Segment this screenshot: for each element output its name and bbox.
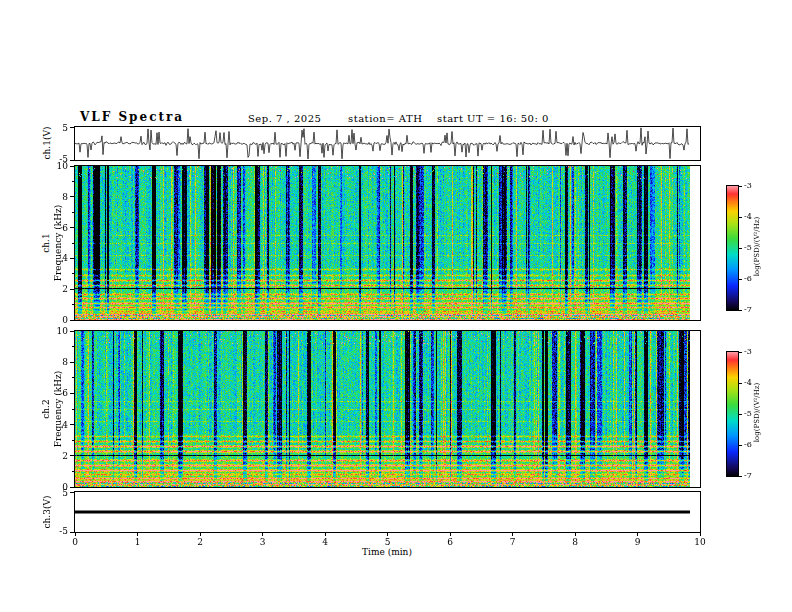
y-tick-label: 2 [50, 451, 68, 461]
colorbar-tick-mark [739, 352, 742, 353]
y-tick-mark [70, 160, 74, 161]
y-tick-label: -5 [50, 154, 68, 164]
colorbar-tick-label: -7 [744, 305, 764, 315]
y-tick-mark [70, 320, 74, 321]
y-tick-label: 4 [50, 253, 68, 263]
x-tick-mark [450, 532, 451, 536]
y-tick-mark [70, 196, 74, 197]
colorbar-tick-label: -7 [744, 471, 764, 481]
x-tick-mark [75, 532, 76, 536]
header-start-ut: start UT = 16: 50: 0 [437, 113, 549, 124]
ch1-spectrogram-canvas [75, 166, 700, 320]
vlf-spectra-figure: VLF Spectra Sep. 7 , 2025 station= ATH s… [0, 0, 792, 612]
y-minor-tick-mark [72, 273, 74, 274]
y-tick-label: 6 [50, 388, 68, 398]
x-tick-mark [700, 532, 701, 536]
colorbar-tick-label: -3 [744, 347, 764, 357]
x-tick-mark [512, 532, 513, 536]
x-tick-label: 8 [563, 537, 587, 547]
colorbar-tick-mark [739, 279, 742, 280]
x-tick-mark [262, 532, 263, 536]
colorbar-tick-label: -6 [744, 274, 764, 284]
x-tick-mark [200, 532, 201, 536]
y-tick-label: -5 [50, 526, 68, 536]
y-minor-tick-mark [72, 181, 74, 182]
colorbar-tick-label: -5 [744, 409, 764, 419]
x-tick-label: 5 [376, 537, 400, 547]
y-minor-tick-mark [72, 471, 74, 472]
header-date: Sep. 7 , 2025 [248, 113, 321, 124]
y-tick-label: 0 [50, 315, 68, 325]
y-tick-mark [70, 127, 74, 128]
y-tick-mark [70, 487, 74, 488]
colorbar-tick-mark [739, 217, 742, 218]
colorbar-tick-label: -4 [744, 378, 764, 388]
colorbar-tick-mark [739, 476, 742, 477]
y-tick-mark [70, 393, 74, 394]
colorbar-tick-mark [739, 186, 742, 187]
ch1-waveform-canvas [75, 127, 700, 160]
y-tick-mark [70, 258, 74, 259]
colorbar-tick-label: -4 [744, 212, 764, 222]
y-tick-label: 10 [50, 326, 68, 336]
x-tick-label: 10 [688, 537, 712, 547]
y-tick-label: 2 [50, 284, 68, 294]
colorbar-tick-label: -5 [744, 243, 764, 253]
x-tick-label: 2 [188, 537, 212, 547]
y-tick-label: 5 [50, 488, 68, 498]
y-tick-mark [70, 492, 74, 493]
x-tick-label: 3 [251, 537, 275, 547]
colorbar-tick-mark [739, 445, 742, 446]
x-tick-label: 4 [313, 537, 337, 547]
y-tick-label: 6 [50, 223, 68, 233]
x-tick-mark [387, 532, 388, 536]
x-tick-label: 9 [626, 537, 650, 547]
y-minor-tick-mark [72, 243, 74, 244]
colorbar-tick-mark [739, 414, 742, 415]
colorbar-tick-label: -3 [744, 181, 764, 191]
x-tick-label: 1 [126, 537, 150, 547]
y-tick-mark [70, 289, 74, 290]
colorbar-tick-mark [739, 248, 742, 249]
ch3-wave-ylabel: ch.3(V) [41, 447, 53, 577]
y-tick-mark [70, 532, 74, 533]
x-axis-label: Time (min) [327, 547, 447, 557]
y-tick-mark [70, 362, 74, 363]
ch2-spectrogram-canvas [75, 331, 700, 487]
y-tick-label: 8 [50, 357, 68, 367]
colorbar2-canvas [727, 352, 738, 476]
y-tick-label: 4 [50, 420, 68, 430]
y-minor-tick-mark [72, 377, 74, 378]
colorbar-tick-mark [739, 383, 742, 384]
colorbar-tick-label: -6 [744, 440, 764, 450]
y-tick-mark [70, 166, 74, 167]
y-tick-label: 5 [50, 123, 68, 133]
y-tick-mark [70, 424, 74, 425]
x-tick-label: 7 [501, 537, 525, 547]
y-tick-label: 8 [50, 192, 68, 202]
y-tick-mark [70, 455, 74, 456]
x-tick-mark [325, 532, 326, 536]
x-tick-mark [137, 532, 138, 536]
ch3-waveform-canvas [75, 492, 700, 532]
y-minor-tick-mark [72, 212, 74, 213]
y-minor-tick-mark [72, 440, 74, 441]
y-minor-tick-mark [72, 304, 74, 305]
x-tick-mark [575, 532, 576, 536]
colorbar-tick-mark [739, 310, 742, 311]
y-tick-mark [70, 227, 74, 228]
y-minor-tick-mark [72, 409, 74, 410]
header-station: station= ATH [348, 113, 422, 124]
colorbar1-canvas [727, 186, 738, 310]
y-minor-tick-mark [72, 346, 74, 347]
x-tick-label: 6 [438, 537, 462, 547]
y-tick-mark [70, 331, 74, 332]
x-tick-label: 0 [63, 537, 87, 547]
x-tick-mark [637, 532, 638, 536]
figure-title: VLF Spectra [80, 110, 184, 124]
